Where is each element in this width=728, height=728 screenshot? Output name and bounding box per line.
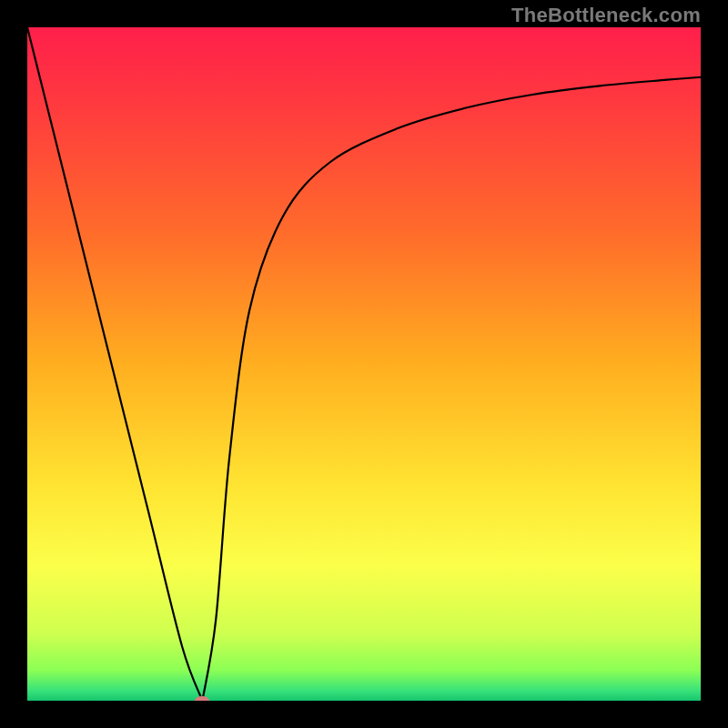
chart-container: TheBottleneck.com: [0, 0, 728, 728]
bottleneck-curve: [27, 27, 701, 701]
watermark-text: TheBottleneck.com: [511, 4, 701, 27]
plot-area: [27, 27, 701, 701]
vertex-marker: [195, 696, 209, 701]
